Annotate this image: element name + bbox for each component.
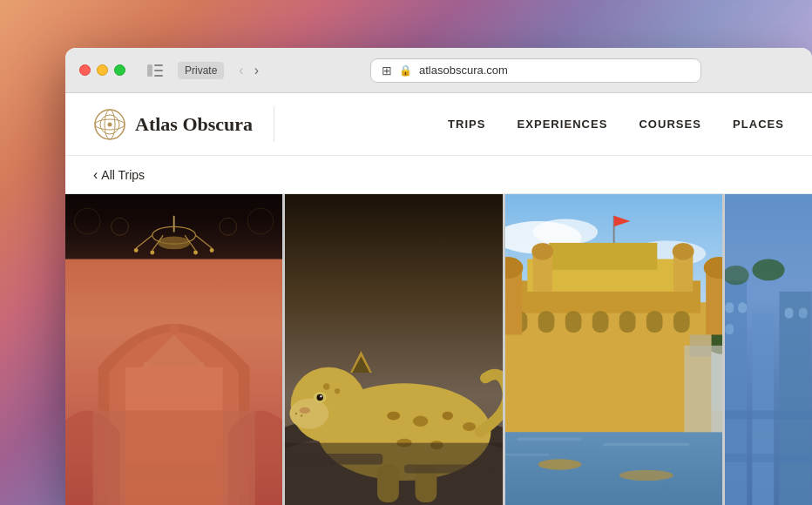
address-bar[interactable]: ⊞ 🔒 atlasobscura.com [370,58,701,83]
breadcrumb-bar: ‹ All Trips [65,156,812,194]
svg-rect-28 [223,410,255,505]
svg-rect-100 [785,307,794,318]
svg-point-92 [619,470,673,481]
svg-point-104 [752,259,784,281]
traffic-lights [79,64,125,76]
sidebar-toggle-button[interactable] [143,61,167,80]
address-bar-wrapper: ⊞ 🔒 atlasobscura.com [274,58,798,83]
back-button[interactable]: ‹ [234,62,247,79]
nav-item-courses[interactable]: COURSES [639,118,701,131]
gallery-area [65,194,812,505]
svg-rect-102 [725,410,812,419]
logo-divider [274,107,274,142]
nav-arrows: ‹ › [234,62,263,79]
svg-rect-2 [154,70,163,71]
svg-rect-87 [603,443,689,447]
svg-point-44 [388,412,401,421]
nav-item-experiences[interactable]: EXPERIENCES [518,118,608,131]
svg-rect-88 [505,454,549,455]
rajasthan-image [505,194,722,505]
sidebar-icon [147,64,163,77]
svg-point-29 [168,324,179,334]
svg-rect-3 [154,75,163,77]
blue-city-image [725,194,812,505]
svg-rect-97 [725,302,734,313]
private-label: Private [185,64,217,77]
maximize-button[interactable] [114,64,125,76]
svg-point-47 [463,422,476,431]
svg-point-53 [335,388,340,394]
svg-point-20 [150,251,154,255]
svg-rect-98 [738,302,747,313]
svg-point-8 [108,122,112,126]
nav-item-places[interactable]: PLACES [733,118,784,131]
svg-point-30 [144,362,150,368]
svg-point-46 [443,412,453,421]
nav-item-trips[interactable]: TRIPS [448,118,485,131]
gallery-image-leopard[interactable] [285,194,502,505]
website-content: Atlas Obscura TRIPS EXPERIENCES COURSES … [65,93,812,505]
svg-rect-27 [93,410,125,505]
svg-point-41 [321,395,322,397]
svg-rect-55 [285,454,382,464]
svg-point-43 [295,413,297,414]
svg-point-13 [158,236,190,249]
svg-rect-103 [725,454,812,462]
palace-image [65,194,282,505]
svg-rect-96 [779,292,811,505]
logo-text: Atlas Obscura [135,113,253,136]
minimize-button[interactable] [97,64,108,76]
gallery-image-rajasthan[interactable] [505,194,722,505]
svg-rect-71 [592,311,608,333]
site-logo[interactable]: Atlas Obscura [93,108,253,141]
close-button[interactable] [79,64,91,76]
svg-rect-73 [646,311,663,333]
leopard-image [285,194,502,505]
svg-rect-54 [285,443,502,505]
svg-point-59 [532,219,598,246]
svg-rect-86 [517,437,582,441]
site-navigation: TRIPS EXPERIENCES COURSES PLACES [448,118,784,131]
svg-point-18 [134,248,139,252]
svg-point-82 [672,243,694,260]
svg-rect-26 [125,367,223,411]
browser-titlebar: Private ‹ › ⊞ 🔒 atlasobscura.com [65,48,812,93]
svg-rect-95 [752,313,774,505]
svg-rect-72 [619,311,636,333]
svg-point-52 [323,383,329,389]
svg-rect-94 [725,280,747,505]
svg-point-42 [301,414,302,416]
back-to-all-trips-link[interactable]: ‹ All Trips [93,167,145,183]
svg-point-21 [193,251,198,255]
svg-rect-99 [725,324,734,334]
svg-point-40 [317,394,323,401]
svg-rect-89 [684,346,722,432]
browser-window: Private ‹ › ⊞ 🔒 atlasobscura.com [65,48,812,505]
svg-point-80 [531,243,553,260]
lock-icon: 🔒 [399,64,412,77]
svg-rect-1 [154,64,163,66]
svg-rect-67 [549,243,657,270]
forward-button[interactable]: › [250,62,263,79]
svg-rect-101 [799,307,808,318]
svg-rect-69 [538,311,554,333]
svg-rect-70 [565,311,581,333]
gallery-image-palace[interactable] [65,194,282,505]
svg-point-91 [538,459,581,469]
private-mode-badge: Private [178,62,224,79]
tab-icon: ⊞ [382,64,392,77]
svg-rect-75 [505,270,522,335]
svg-rect-0 [147,64,152,77]
back-link-label: All Trips [101,168,145,182]
url-text: atlasobscura.com [419,64,508,77]
svg-point-19 [210,248,214,252]
svg-point-38 [300,407,310,414]
gallery-image-blue-city[interactable] [725,194,812,505]
site-header: Atlas Obscura TRIPS EXPERIENCES COURSES … [65,93,812,156]
svg-point-31 [198,362,204,368]
svg-rect-77 [706,270,722,335]
svg-point-45 [413,416,428,427]
svg-rect-90 [689,334,711,356]
svg-rect-56 [404,464,491,473]
logo-emblem-icon [93,108,126,141]
